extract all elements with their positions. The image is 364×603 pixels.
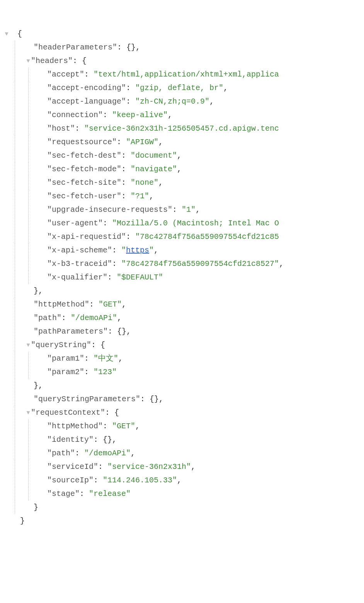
json-line: "x-api-scheme": "https", [4, 244, 364, 257]
json-punct: : [84, 368, 94, 376]
json-key: "httpMethod" [34, 300, 89, 309]
json-link-value[interactable]: https [126, 246, 149, 255]
json-key: "x-b3-traceid" [47, 259, 112, 268]
json-punct: : [75, 124, 84, 133]
json-punct: : [107, 273, 117, 282]
json-string-value: "Mozilla/5.0 (Macintosh; Intel Mac O [112, 219, 279, 228]
json-key: "param1" [47, 354, 84, 363]
json-punct: : [108, 327, 117, 336]
json-punct: : [121, 151, 131, 160]
json-string-value: "none" [131, 178, 158, 187]
json-string-value: "release" [89, 489, 131, 498]
json-punct: {} [150, 395, 159, 404]
json-string-value: "?1" [131, 192, 149, 201]
json-line: "pathParameters": {}, [4, 325, 364, 338]
json-punct: } [34, 503, 38, 512]
json-line: "x-qualifier": "$DEFAULT" [4, 271, 364, 284]
json-key: "headerParameters" [34, 43, 117, 52]
json-punct: , [209, 97, 214, 106]
json-string-value: "https" [121, 246, 154, 255]
json-punct: , [118, 354, 123, 363]
json-key: "serviceId" [47, 462, 98, 471]
expand-arrow-icon[interactable]: ▼ [26, 55, 31, 68]
json-punct: , [158, 178, 163, 187]
json-line: "param1": "中文", [4, 352, 364, 365]
json-punct: , [38, 286, 43, 295]
json-punct: : [94, 476, 103, 485]
json-string-value: "114.246.105.33" [103, 476, 177, 485]
json-key: "sec-fetch-mode" [47, 165, 121, 174]
json-key: "x-api-requestid" [47, 232, 126, 241]
json-punct: : [98, 462, 107, 471]
json-line: "sec-fetch-mode": "navigate", [4, 162, 364, 176]
json-line: "requestsource": "APIGW", [4, 135, 364, 149]
json-punct: : [94, 435, 103, 444]
json-punct: , [159, 395, 163, 404]
json-key: "x-api-scheme" [47, 246, 112, 255]
json-key: "stage" [47, 489, 80, 498]
json-line: ▼{ [4, 27, 364, 41]
json-punct: , [158, 138, 163, 146]
json-punct: : [172, 205, 182, 214]
json-line: "queryStringParameters": {}, [4, 392, 364, 406]
json-string-value: "GET" [99, 300, 122, 309]
json-string-value: "$DEFAULT" [117, 273, 163, 282]
json-punct: : [80, 489, 89, 498]
json-line: "user-agent": "Mozilla/5.0 (Macintosh; I… [4, 216, 364, 230]
json-key: "path" [34, 313, 61, 322]
json-punct: , [117, 313, 122, 322]
json-line: ▼"requestContext": { [4, 406, 364, 419]
json-key: "queryString" [31, 341, 91, 349]
json-punct: } [34, 381, 38, 390]
json-string-value: "78c42784f756a559097554cfd21c8527" [121, 259, 279, 268]
json-string-value: "/demoAPi" [71, 313, 117, 322]
json-punct: : [84, 70, 94, 79]
json-punct: : [117, 138, 126, 146]
json-punct: } [34, 286, 38, 295]
json-string-value: "中文" [94, 354, 118, 363]
json-punct: { [114, 408, 119, 417]
json-key: "upgrade-insecure-requests" [47, 205, 172, 214]
json-punct: , [177, 151, 182, 160]
json-punct: , [191, 462, 196, 471]
json-string-value: "navigate" [131, 165, 177, 174]
json-line: "httpMethod": "GET", [4, 298, 364, 311]
json-key: "identity" [47, 435, 94, 444]
json-line: "httpMethod": "GET", [4, 419, 364, 433]
json-line: "identity": {}, [4, 433, 364, 446]
expand-arrow-icon[interactable]: ▼ [26, 406, 31, 420]
expand-arrow-icon[interactable]: ▼ [26, 339, 31, 352]
json-punct: , [177, 476, 182, 485]
json-line: "host": "service-36n2x31h-1256505457.cd.… [4, 122, 364, 135]
json-key: "headers" [31, 56, 73, 65]
json-key: "accept-language" [47, 97, 126, 106]
json-punct: , [223, 83, 228, 92]
json-line: } [4, 514, 364, 528]
json-key: "user-agent" [47, 219, 103, 228]
json-string-value: "document" [131, 151, 177, 160]
expand-arrow-icon[interactable]: ▼ [4, 27, 9, 41]
json-line: ▼"headers": { [4, 54, 364, 68]
json-punct: : [121, 192, 131, 201]
json-string-value: "1" [182, 205, 196, 214]
json-line: "headerParameters": {}, [4, 41, 364, 54]
json-punct: , [279, 259, 284, 268]
json-punct: : [112, 246, 121, 255]
json-punct: : [126, 97, 135, 106]
json-punct: {} [126, 43, 136, 52]
json-string-value: "keep-alive" [112, 111, 168, 119]
json-key: "queryStringParameters" [34, 395, 140, 404]
json-punct: , [168, 111, 172, 119]
json-punct: , [177, 165, 182, 174]
json-punct: : [121, 165, 131, 174]
json-punct: : [89, 300, 99, 309]
json-punct: : [91, 341, 100, 349]
json-line: "connection": "keep-alive", [4, 108, 364, 122]
json-punct: , [122, 300, 126, 309]
json-punct: , [135, 422, 140, 431]
json-line: "stage": "release" [4, 487, 364, 501]
json-punct: , [38, 381, 43, 390]
json-punct: } [20, 516, 25, 525]
json-string-value: "text/html,application/xhtml+xml,applica [94, 70, 279, 79]
json-line: "path": "/demoAPi", [4, 446, 364, 460]
